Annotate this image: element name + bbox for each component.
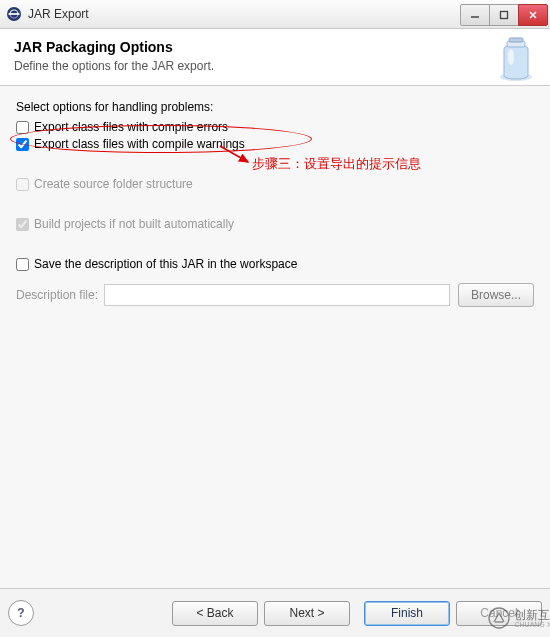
description-file-label: Description file: [16, 288, 98, 302]
page-subtitle: Define the options for the JAR export. [14, 59, 536, 73]
finish-button[interactable]: Finish [364, 601, 450, 626]
minimize-button[interactable] [460, 4, 490, 26]
export-warnings-label: Export class files with compile warnings [34, 137, 245, 151]
export-warnings-checkbox[interactable] [16, 138, 29, 151]
help-button[interactable]: ? [8, 600, 34, 626]
option-build-row: Build projects if not built automaticall… [16, 217, 534, 231]
option-export-warnings-row: Export class files with compile warnings [16, 137, 534, 151]
svg-rect-1 [9, 13, 20, 15]
wizard-button-bar: ? < Back Next > Finish Cancel 创新互联 CHUAN… [0, 588, 550, 637]
watermark-subtext: CHUANG XIN HU LIAN [514, 621, 550, 628]
build-projects-checkbox [16, 218, 29, 231]
option-save-desc-row: Save the description of this JAR in the … [16, 257, 534, 271]
window-controls [461, 4, 548, 24]
maximize-button[interactable] [489, 4, 519, 26]
title-bar: JAR Export [0, 0, 550, 29]
jar-icon [490, 35, 538, 83]
app-icon [6, 6, 22, 22]
browse-button: Browse... [458, 283, 534, 307]
page-title: JAR Packaging Options [14, 39, 536, 55]
save-description-checkbox[interactable] [16, 258, 29, 271]
description-file-row: Description file: Browse... [16, 283, 534, 307]
back-button[interactable]: < Back [172, 601, 258, 626]
option-export-errors-row: Export class files with compile errors [16, 120, 534, 134]
create-structure-label: Create source folder structure [34, 177, 193, 191]
wizard-content: Select options for handling problems: Ex… [0, 86, 550, 594]
export-errors-label: Export class files with compile errors [34, 120, 228, 134]
export-errors-checkbox[interactable] [16, 121, 29, 134]
create-structure-checkbox [16, 178, 29, 191]
description-file-input [104, 284, 450, 306]
close-button[interactable] [518, 4, 548, 26]
svg-rect-8 [509, 38, 523, 42]
help-icon: ? [17, 606, 24, 620]
option-structure-row: Create source folder structure [16, 177, 534, 191]
wizard-header: JAR Packaging Options Define the options… [0, 29, 550, 86]
svg-point-9 [508, 49, 514, 65]
save-description-label: Save the description of this JAR in the … [34, 257, 297, 271]
build-projects-label: Build projects if not built automaticall… [34, 217, 234, 231]
problems-section-label: Select options for handling problems: [16, 100, 534, 114]
svg-point-11 [489, 608, 509, 628]
watermark: 创新互联 CHUANG XIN HU LIAN [488, 607, 550, 629]
svg-rect-3 [501, 12, 508, 19]
watermark-icon [488, 607, 510, 629]
watermark-text: 创新互联 [514, 609, 550, 621]
window-title: JAR Export [28, 7, 89, 21]
next-button[interactable]: Next > [264, 601, 350, 626]
